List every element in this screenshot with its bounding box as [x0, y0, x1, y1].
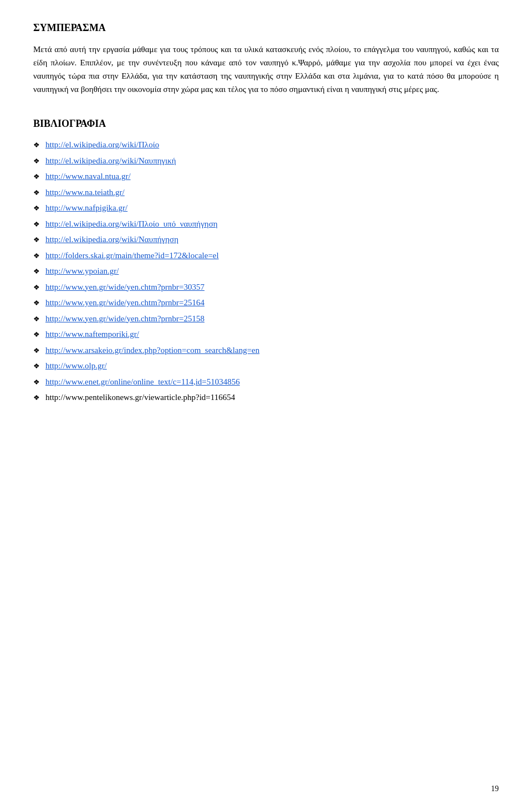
- page-number: 19: [491, 785, 499, 793]
- bullet-icon: ❖: [33, 187, 40, 198]
- bibliography-item[interactable]: ❖http://www.ypoian.gr/: [33, 265, 499, 278]
- bullet-icon: ❖: [33, 140, 40, 151]
- bullet-icon: ❖: [33, 171, 40, 182]
- bib-link-text[interactable]: http://www.naval.ntua.gr/: [45, 170, 131, 183]
- bibliography-item[interactable]: ❖http://folders.skai.gr/main/theme?id=17…: [33, 249, 499, 262]
- bullet-icon: ❖: [33, 266, 40, 277]
- bibliography-item[interactable]: ❖http://el.wikipedia.org/wiki/Πλοίο: [33, 139, 499, 151]
- bibliography-item[interactable]: ❖http://www.olp.gr/: [33, 360, 499, 372]
- bibliography-item[interactable]: ❖http://www.naval.ntua.gr/: [33, 170, 499, 183]
- bibliography-item[interactable]: ❖http://www.enet.gr/online/online_text/c…: [33, 376, 499, 388]
- bib-link-text[interactable]: http://www.nafpigika.gr/: [45, 202, 127, 214]
- bullet-icon: ❖: [33, 282, 40, 293]
- bibliography-item[interactable]: ❖http://www.na.teiath.gr/: [33, 186, 499, 199]
- bullet-icon: ❖: [33, 361, 40, 372]
- conclusion-paragraph: Μετά από αυτή την εργασία μάθαμε για του…: [33, 43, 499, 96]
- bib-link-text[interactable]: http://folders.skai.gr/main/theme?id=172…: [45, 249, 219, 262]
- bibliography-item[interactable]: ❖http://el.wikipedia.org/wiki/Ναυπήγηση: [33, 233, 499, 246]
- bib-link-text[interactable]: http://www.arsakeio.gr/index.php?option=…: [45, 344, 259, 357]
- bibliography-item[interactable]: ❖http://www.nafpigika.gr/: [33, 202, 499, 214]
- bibliography-item[interactable]: ❖http://el.wikipedia.org/wiki/Πλοίο_υπό_…: [33, 218, 499, 230]
- bibliography-item[interactable]: ❖http://el.wikipedia.org/wiki/Ναυπηγική: [33, 155, 499, 167]
- bib-link-text[interactable]: http://www.na.teiath.gr/: [45, 186, 125, 199]
- bullet-icon: ❖: [33, 345, 40, 356]
- bullet-icon: ❖: [33, 298, 40, 309]
- bib-link-text[interactable]: http://el.wikipedia.org/wiki/Πλοίο: [45, 139, 159, 151]
- bullet-icon: ❖: [33, 156, 40, 167]
- bib-link-text[interactable]: http://www.yen.gr/wide/yen.chtm?prnbr=25…: [45, 312, 204, 325]
- bibliography-item[interactable]: ❖http://www.yen.gr/wide/yen.chtm?prnbr=2…: [33, 296, 499, 309]
- bibliography-item[interactable]: ❖http://www.yen.gr/wide/yen.chtm?prnbr=2…: [33, 312, 499, 325]
- bib-link-text[interactable]: http://el.wikipedia.org/wiki/Ναυπήγηση: [45, 233, 178, 246]
- bib-link-text[interactable]: http://el.wikipedia.org/wiki/Ναυπηγική: [45, 155, 176, 167]
- bibliography-item[interactable]: ❖http://www.naftemporiki.gr/: [33, 328, 499, 341]
- bullet-icon: ❖: [33, 203, 40, 214]
- bib-link-text[interactable]: http://www.olp.gr/: [45, 360, 107, 372]
- bullet-icon: ❖: [33, 377, 40, 388]
- bib-link-text[interactable]: http://www.yen.gr/wide/yen.chtm?prnbr=30…: [45, 281, 204, 294]
- bullet-icon: ❖: [33, 329, 40, 340]
- bullet-icon: ❖: [33, 250, 40, 262]
- bullet-icon: ❖: [33, 314, 40, 325]
- bib-link-text: http://www.pentelikonews.gr/viewarticle.…: [45, 391, 235, 404]
- bibliography-title: ΒΙΒΛΙΟΓΡΑΦΙΑ: [33, 118, 499, 130]
- bib-link-text[interactable]: http://www.naftemporiki.gr/: [45, 328, 139, 341]
- bullet-icon: ❖: [33, 392, 40, 403]
- bullet-icon: ❖: [33, 234, 40, 245]
- conclusion-title: ΣΥΜΠΕΡΑΣΜΑ: [33, 22, 499, 34]
- conclusion-section: ΣΥΜΠΕΡΑΣΜΑ Μετά από αυτή την εργασία μάθ…: [33, 22, 499, 96]
- bullet-icon: ❖: [33, 219, 40, 230]
- bibliography-item[interactable]: ❖http://www.yen.gr/wide/yen.chtm?prnbr=3…: [33, 281, 499, 294]
- bibliography-section: ΒΙΒΛΙΟΓΡΑΦΙΑ ❖http://el.wikipedia.org/wi…: [33, 118, 499, 404]
- bib-link-text[interactable]: http://www.ypoian.gr/: [45, 265, 119, 278]
- bibliography-item[interactable]: ❖http://www.arsakeio.gr/index.php?option…: [33, 344, 499, 357]
- bibliography-item: ❖http://www.pentelikonews.gr/viewarticle…: [33, 391, 499, 404]
- bibliography-list: ❖http://el.wikipedia.org/wiki/Πλοίο❖http…: [33, 139, 499, 404]
- bib-link-text[interactable]: http://el.wikipedia.org/wiki/Πλοίο_υπό_ν…: [45, 218, 218, 230]
- bib-link-text[interactable]: http://www.yen.gr/wide/yen.chtm?prnbr=25…: [45, 296, 204, 309]
- bib-link-text[interactable]: http://www.enet.gr/online/online_text/c=…: [45, 376, 240, 388]
